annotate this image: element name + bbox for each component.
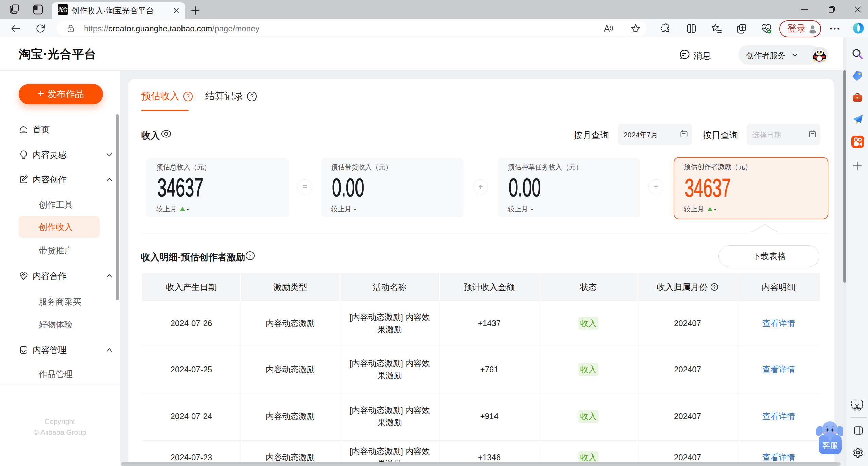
svg-text:?: ?	[250, 93, 253, 100]
svg-text:?: ?	[186, 93, 189, 100]
svg-text:?: ?	[713, 285, 716, 290]
svg-text:?: ?	[249, 253, 252, 259]
svg-text:客服: 客服	[822, 441, 838, 450]
